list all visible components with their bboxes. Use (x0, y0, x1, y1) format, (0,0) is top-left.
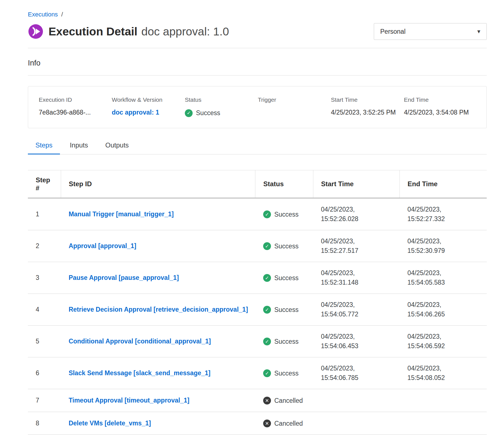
tab-inputs[interactable]: Inputs (62, 141, 95, 154)
status-chip: ✓Success (263, 305, 299, 315)
step-start-time: 04/25/2023, 15:52:27.517 (313, 230, 399, 262)
step-status-cell: ✓Success (255, 262, 313, 294)
workflow-brand-icon (28, 24, 43, 39)
breadcrumb: Executions/ (28, 11, 487, 18)
tab-steps[interactable]: Steps (28, 141, 60, 154)
info-field-trigger: Trigger (258, 96, 325, 118)
status-chip: ✓Success (263, 273, 299, 283)
step-id-link[interactable]: Delete VMs [delete_vms_1] (69, 420, 151, 427)
info-field-workflow-version: Workflow & Versiondoc approval: 1 (112, 96, 179, 118)
step-row-5: 5Conditional Approval [conditional_appro… (28, 325, 487, 357)
info-field-value: ✓Success (185, 108, 252, 118)
status-chip: ✕Cancelled (263, 419, 303, 428)
steps-table-header-row: Step #Step IDStatusStart TimeEnd Time (28, 170, 487, 198)
success-check-icon: ✓ (263, 210, 271, 218)
success-check-icon: ✓ (263, 338, 271, 345)
page-subtitle: doc approval: 1.0 (141, 25, 229, 38)
step-start-time: 04/25/2023, 15:54:05.772 (313, 294, 399, 325)
page-title: Execution Detail (49, 25, 137, 38)
step-id-cell: Manual Trigger [manual_trigger_1] (61, 198, 255, 230)
step-end-time: 04/25/2023, 15:52:27.332 (400, 198, 487, 230)
step-start-time: 04/25/2023, 15:54:06.453 (313, 325, 399, 357)
chevron-down-icon: ▼ (477, 29, 480, 34)
step-start-time: 04/25/2023, 15:52:26.028 (313, 198, 399, 230)
column-header-step-id: Step ID (61, 170, 255, 198)
success-check-icon: ✓ (185, 109, 193, 117)
step-end-time (400, 412, 487, 435)
column-header-step: Step # (28, 170, 61, 198)
info-field-value: 7e8ac396-a868-... (39, 108, 106, 117)
page-header: Execution Detail doc approval: 1.0 Perso… (28, 23, 487, 40)
step-status-cell: ✓Success (255, 198, 313, 230)
info-field-label: End Time (404, 96, 471, 103)
step-status-label: Success (274, 241, 299, 251)
step-status-cell: ✕Cancelled (255, 389, 313, 412)
info-field-end-time: End Time4/25/2023, 3:54:08 PM (404, 96, 471, 118)
info-field-label: Status (185, 96, 252, 103)
step-number: 6 (28, 357, 61, 389)
info-field-status: Status✓Success (185, 96, 252, 118)
step-start-time: 04/25/2023, 15:52:31.148 (313, 262, 399, 294)
info-field-execution-id: Execution ID7e8ac396-a868-... (39, 96, 106, 118)
workflow-version-link[interactable]: doc approval: 1 (112, 109, 159, 116)
step-id-link[interactable]: Timeout Approval [timeout_approval_1] (69, 397, 189, 404)
step-status-label: Success (274, 273, 299, 283)
info-field-start-time: Start Time4/25/2023, 3:52:25 PM (331, 96, 398, 118)
step-start-time (313, 412, 399, 435)
step-number: 2 (28, 230, 61, 262)
success-check-icon: ✓ (263, 242, 271, 250)
step-row-6: 6Slack Send Message [slack_send_message_… (28, 357, 487, 389)
step-row-4: 4Retrieve Decision Approval [retrieve_de… (28, 294, 487, 325)
status-chip: ✓Success (263, 210, 299, 219)
step-status-cell: ✓Success (255, 230, 313, 262)
breadcrumb-separator: / (61, 11, 63, 18)
execution-status-label: Success (196, 108, 220, 118)
step-id-link[interactable]: Slack Send Message [slack_send_message_1… (69, 369, 210, 377)
header-divider (28, 48, 487, 48)
step-id-cell: Pause Approval [pause_approval_1] (61, 262, 255, 294)
step-status-cell: ✓Success (255, 325, 313, 357)
step-number: 4 (28, 294, 61, 325)
breadcrumb-link-executions[interactable]: Executions (28, 11, 58, 18)
step-id-cell: Approval [approval_1] (61, 230, 255, 262)
info-field-label: Trigger (258, 96, 325, 103)
step-number: 3 (28, 262, 61, 294)
steps-table: Step #Step IDStatusStart TimeEnd Time 1M… (28, 170, 487, 435)
step-status-cell: ✓Success (255, 294, 313, 325)
success-check-icon: ✓ (263, 369, 271, 377)
step-number: 7 (28, 389, 61, 412)
status-chip: ✓Success (263, 337, 299, 346)
step-number: 5 (28, 325, 61, 357)
step-id-cell: Slack Send Message [slack_send_message_1… (61, 357, 255, 389)
info-field-value: 4/25/2023, 3:52:25 PM (331, 108, 398, 117)
step-start-time: 04/25/2023, 15:54:06.785 (313, 357, 399, 389)
step-id-link[interactable]: Pause Approval [pause_approval_1] (69, 274, 179, 281)
column-header-end-time: End Time (400, 170, 487, 198)
status-chip: ✕Cancelled (263, 396, 303, 406)
scope-dropdown[interactable]: Personal ▼ (374, 23, 487, 40)
step-number: 1 (28, 198, 61, 230)
tab-outputs[interactable]: Outputs (98, 141, 136, 154)
step-end-time: 04/25/2023, 15:52:30.979 (400, 230, 487, 262)
info-section-heading: Info (28, 59, 487, 67)
execution-detail-page: Executions/ Execution Detail doc approva… (0, 0, 504, 435)
step-status-label: Success (274, 210, 299, 219)
step-id-link[interactable]: Conditional Approval [conditional_approv… (69, 338, 211, 345)
step-row-3: 3Pause Approval [pause_approval_1]✓Succe… (28, 262, 487, 294)
tabs-bar: StepsInputsOutputs (28, 141, 487, 154)
info-card: Execution ID7e8ac396-a868-...Workflow & … (28, 86, 487, 128)
step-id-cell: Timeout Approval [timeout_approval_1] (61, 389, 255, 412)
scope-dropdown-value: Personal (380, 28, 406, 35)
step-status-label: Success (274, 305, 299, 315)
info-field-value: 4/25/2023, 3:54:08 PM (404, 108, 471, 117)
step-row-1: 1Manual Trigger [manual_trigger_1]✓Succe… (28, 198, 487, 230)
step-end-time (400, 389, 487, 412)
info-field-value: doc approval: 1 (112, 108, 179, 117)
step-id-link[interactable]: Approval [approval_1] (69, 242, 136, 249)
step-id-link[interactable]: Manual Trigger [manual_trigger_1] (69, 210, 174, 218)
step-status-cell: ✓Success (255, 357, 313, 389)
step-status-label: Cancelled (274, 396, 303, 406)
step-end-time: 04/25/2023, 15:54:06.265 (400, 294, 487, 325)
info-field-label: Execution ID (39, 96, 106, 103)
step-id-link[interactable]: Retrieve Decision Approval [retrieve_dec… (69, 306, 248, 313)
